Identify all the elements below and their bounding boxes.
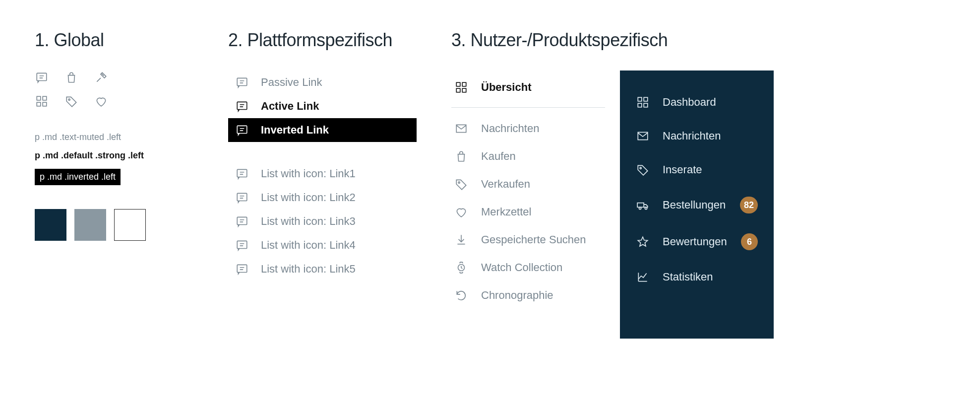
swatch-white <box>114 209 146 241</box>
dark-nav-stats[interactable]: Statistiken <box>633 260 761 294</box>
nav-label: Chronographie <box>481 289 553 302</box>
message-icon <box>235 123 249 137</box>
dark-nav-dashboard[interactable]: Dashboard <box>633 85 761 119</box>
message-icon <box>235 238 249 252</box>
section-title-platform: 2. Plattformspezifisch <box>228 30 417 51</box>
nav-label: Watch Collection <box>481 261 562 274</box>
gavel-icon <box>94 70 108 84</box>
nav-saved-searches[interactable]: Gespeicherte Suchen <box>451 226 605 254</box>
text-spec-muted: p .md .text-muted .left <box>35 132 193 142</box>
swatch-dark <box>35 209 66 241</box>
heart-icon <box>94 94 108 108</box>
column-platform: 2. Plattformspezifisch Passive Link Acti… <box>228 30 417 390</box>
nav-sell[interactable]: Verkaufen <box>451 170 605 198</box>
link-label: List with icon: Link1 <box>261 167 356 180</box>
nav-label: Kaufen <box>481 150 516 163</box>
nav-label: Dashboard <box>663 96 716 109</box>
nav-label: Nachrichten <box>663 130 721 142</box>
list-link[interactable]: List with icon: Link3 <box>228 210 417 233</box>
dark-nav-orders[interactable]: Bestellungen 82 <box>633 187 761 223</box>
dashboard-icon <box>636 95 650 109</box>
mail-icon <box>636 129 650 143</box>
nav-label: Verkaufen <box>481 178 530 191</box>
nav-label: Übersicht <box>481 81 531 94</box>
nav-label: Gespeicherte Suchen <box>481 233 586 246</box>
text-spec-strong: p .md .default .strong .left <box>35 150 193 161</box>
link-label: List with icon: Link3 <box>261 215 356 228</box>
nav-label: Inserate <box>663 163 702 176</box>
nav-label: Statistiken <box>663 271 713 283</box>
nav-overview[interactable]: Übersicht <box>451 73 605 108</box>
link-label: List with icon: Link4 <box>261 239 356 252</box>
column-user: 3. Nutzer-/Produktspezifisch Übersicht N… <box>451 30 945 390</box>
nav-buy[interactable]: Kaufen <box>451 142 605 170</box>
message-icon <box>35 70 49 84</box>
dark-nav-messages[interactable]: Nachrichten <box>633 119 761 153</box>
light-nav: Übersicht Nachrichten Kaufen Verkaufen M… <box>451 70 605 309</box>
nav-watchlist[interactable]: Merkzettel <box>451 198 605 226</box>
list-link[interactable]: List with icon: Link2 <box>228 186 417 210</box>
dark-nav-listings[interactable]: Inserate <box>633 153 761 187</box>
dashboard-icon <box>35 94 49 108</box>
link-passive[interactable]: Passive Link <box>228 70 417 94</box>
link-label: List with icon: Link2 <box>261 191 356 204</box>
color-swatches <box>35 209 193 241</box>
tag-icon <box>64 94 78 108</box>
tag-icon <box>454 177 468 191</box>
bag-icon <box>454 149 468 163</box>
link-label: Active Link <box>261 100 319 113</box>
bag-icon <box>64 70 78 84</box>
link-label: List with icon: Link5 <box>261 263 356 276</box>
download-icon <box>454 233 468 247</box>
icon-link-list: List with icon: Link1 List with icon: Li… <box>228 162 417 281</box>
nav-label: Nachrichten <box>481 122 539 135</box>
star-icon <box>636 235 650 249</box>
section-title-global: 1. Global <box>35 30 193 51</box>
list-link[interactable]: List with icon: Link5 <box>228 257 417 281</box>
message-icon <box>235 214 249 228</box>
message-icon <box>235 191 249 205</box>
list-link[interactable]: List with icon: Link1 <box>228 162 417 186</box>
dark-nav-reviews[interactable]: Bewertungen 6 <box>633 223 761 260</box>
dark-nav: Dashboard Nachrichten Inserate Bestellun… <box>620 70 774 339</box>
link-inverted[interactable]: Inverted Link <box>228 118 417 142</box>
dashboard-icon <box>454 80 468 94</box>
undo-icon <box>454 288 468 302</box>
link-label: Passive Link <box>261 76 322 89</box>
link-label: Inverted Link <box>261 124 329 137</box>
message-icon <box>235 262 249 276</box>
global-icon-grid <box>35 70 193 108</box>
badge-reviews: 6 <box>741 233 758 250</box>
watch-icon <box>454 261 468 275</box>
message-icon <box>235 167 249 181</box>
truck-icon <box>636 198 650 212</box>
nav-messages[interactable]: Nachrichten <box>451 115 605 142</box>
mail-icon <box>454 122 468 136</box>
column-global: 1. Global p .md .text-muted .left p .md … <box>35 30 193 390</box>
message-icon <box>235 75 249 89</box>
nav-label: Bewertungen <box>663 235 727 248</box>
swatch-gray <box>74 209 106 241</box>
chart-icon <box>636 270 650 284</box>
list-link[interactable]: List with icon: Link4 <box>228 233 417 257</box>
link-active[interactable]: Active Link <box>228 94 417 118</box>
nav-label: Merkzettel <box>481 206 531 218</box>
nav-chronography[interactable]: Chronographie <box>451 281 605 309</box>
text-spec-inverted: p .md .inverted .left <box>35 169 121 185</box>
nav-watch-collection[interactable]: Watch Collection <box>451 254 605 281</box>
message-icon <box>235 99 249 113</box>
badge-orders: 82 <box>740 197 758 213</box>
heart-icon <box>454 205 468 219</box>
tag-icon <box>636 163 650 177</box>
section-title-user: 3. Nutzer-/Produktspezifisch <box>451 30 945 51</box>
nav-label: Bestellungen <box>663 199 726 211</box>
